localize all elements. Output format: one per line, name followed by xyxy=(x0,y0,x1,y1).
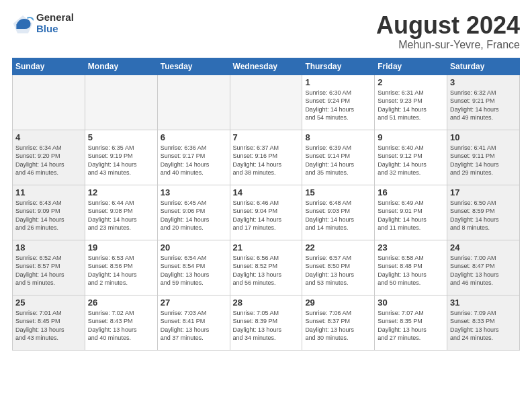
day-info: Sunrise: 6:37 AMSunset: 9:16 PMDaylight:… xyxy=(233,144,300,177)
logo-blue-text: Blue xyxy=(36,24,74,35)
day-info: Sunrise: 6:35 AMSunset: 9:19 PMDaylight:… xyxy=(88,144,154,177)
logo: General Blue xyxy=(12,12,74,34)
day-cell: 6Sunrise: 6:36 AMSunset: 9:17 PMDaylight… xyxy=(157,130,230,185)
day-info: Sunrise: 6:56 AMSunset: 8:52 PMDaylight:… xyxy=(233,254,300,287)
day-cell: 14Sunrise: 6:46 AMSunset: 9:04 PMDayligh… xyxy=(230,185,302,240)
day-cell: 26Sunrise: 7:02 AMSunset: 8:43 PMDayligh… xyxy=(85,295,157,350)
day-number: 19 xyxy=(88,242,154,253)
day-number: 28 xyxy=(233,298,300,308)
day-cell: 5Sunrise: 6:35 AMSunset: 9:19 PMDaylight… xyxy=(85,130,157,185)
day-cell: 1Sunrise: 6:30 AMSunset: 9:24 PMDaylight… xyxy=(302,75,375,130)
day-cell: 2Sunrise: 6:31 AMSunset: 9:23 PMDaylight… xyxy=(375,75,447,130)
day-info: Sunrise: 6:40 AMSunset: 9:12 PMDaylight:… xyxy=(378,144,444,177)
title-block: August 2024 Mehun-sur-Yevre, France xyxy=(376,12,520,51)
day-info: Sunrise: 6:44 AMSunset: 9:08 PMDaylight:… xyxy=(88,199,154,232)
day-info: Sunrise: 7:02 AMSunset: 8:43 PMDaylight:… xyxy=(88,309,154,342)
col-wednesday: Wednesday xyxy=(230,58,302,75)
day-number: 10 xyxy=(450,132,517,142)
day-info: Sunrise: 6:57 AMSunset: 8:50 PMDaylight:… xyxy=(305,254,371,287)
day-info: Sunrise: 6:34 AMSunset: 9:20 PMDaylight:… xyxy=(15,144,82,177)
day-cell: 4Sunrise: 6:34 AMSunset: 9:20 PMDaylight… xyxy=(13,130,85,185)
col-thursday: Thursday xyxy=(302,58,375,75)
day-cell: 18Sunrise: 6:52 AMSunset: 8:57 PMDayligh… xyxy=(13,240,85,295)
day-cell: 24Sunrise: 7:00 AMSunset: 8:47 PMDayligh… xyxy=(447,240,520,295)
day-info: Sunrise: 6:32 AMSunset: 9:21 PMDaylight:… xyxy=(450,89,517,122)
day-info: Sunrise: 6:45 AMSunset: 9:06 PMDaylight:… xyxy=(161,199,227,232)
day-info: Sunrise: 7:05 AMSunset: 8:39 PMDaylight:… xyxy=(233,309,300,342)
day-info: Sunrise: 7:03 AMSunset: 8:41 PMDaylight:… xyxy=(161,309,227,342)
day-cell: 20Sunrise: 6:54 AMSunset: 8:54 PMDayligh… xyxy=(157,240,230,295)
col-friday: Friday xyxy=(375,58,447,75)
day-number: 26 xyxy=(88,298,154,308)
day-number: 12 xyxy=(88,187,154,197)
day-number: 8 xyxy=(305,132,371,142)
day-cell: 16Sunrise: 6:49 AMSunset: 9:01 PMDayligh… xyxy=(375,185,447,240)
day-info: Sunrise: 7:09 AMSunset: 8:33 PMDaylight:… xyxy=(450,309,517,342)
day-info: Sunrise: 6:48 AMSunset: 9:03 PMDaylight:… xyxy=(305,199,371,232)
day-cell xyxy=(157,75,230,130)
col-saturday: Saturday xyxy=(447,58,520,75)
day-number: 1 xyxy=(305,77,371,87)
day-number: 27 xyxy=(161,298,227,308)
day-number: 13 xyxy=(161,187,227,197)
day-cell xyxy=(230,75,302,130)
day-cell: 12Sunrise: 6:44 AMSunset: 9:08 PMDayligh… xyxy=(85,185,157,240)
calendar-page: General Blue August 2024 Mehun-sur-Yevre… xyxy=(0,0,532,357)
day-cell: 3Sunrise: 6:32 AMSunset: 9:21 PMDaylight… xyxy=(447,75,520,130)
header-row: Sunday Monday Tuesday Wednesday Thursday… xyxy=(13,58,520,75)
day-number: 5 xyxy=(88,132,154,142)
day-number: 14 xyxy=(233,187,300,197)
day-info: Sunrise: 6:36 AMSunset: 9:17 PMDaylight:… xyxy=(161,144,227,177)
day-cell: 9Sunrise: 6:40 AMSunset: 9:12 PMDaylight… xyxy=(375,130,447,185)
day-number: 16 xyxy=(378,187,444,197)
day-number: 29 xyxy=(305,298,371,308)
logo-general-text: General xyxy=(36,12,74,24)
day-cell: 17Sunrise: 6:50 AMSunset: 8:59 PMDayligh… xyxy=(447,185,520,240)
week-row-4: 25Sunrise: 7:01 AMSunset: 8:45 PMDayligh… xyxy=(13,295,520,350)
day-number: 3 xyxy=(450,77,517,87)
day-cell: 13Sunrise: 6:45 AMSunset: 9:06 PMDayligh… xyxy=(157,185,230,240)
logo-icon xyxy=(12,13,34,34)
day-cell xyxy=(13,75,85,130)
day-cell: 31Sunrise: 7:09 AMSunset: 8:33 PMDayligh… xyxy=(447,295,520,350)
day-cell: 28Sunrise: 7:05 AMSunset: 8:39 PMDayligh… xyxy=(230,295,302,350)
day-cell: 22Sunrise: 6:57 AMSunset: 8:50 PMDayligh… xyxy=(302,240,375,295)
day-cell: 15Sunrise: 6:48 AMSunset: 9:03 PMDayligh… xyxy=(302,185,375,240)
col-monday: Monday xyxy=(85,58,157,75)
day-number: 15 xyxy=(305,187,371,197)
day-number: 23 xyxy=(378,242,444,253)
day-info: Sunrise: 7:01 AMSunset: 8:45 PMDaylight:… xyxy=(15,309,82,342)
col-tuesday: Tuesday xyxy=(157,58,230,75)
day-info: Sunrise: 7:07 AMSunset: 8:35 PMDaylight:… xyxy=(378,309,444,342)
month-title: August 2024 xyxy=(376,12,520,39)
day-cell: 7Sunrise: 6:37 AMSunset: 9:16 PMDaylight… xyxy=(230,130,302,185)
day-info: Sunrise: 7:06 AMSunset: 8:37 PMDaylight:… xyxy=(305,309,371,342)
day-number: 21 xyxy=(233,242,300,253)
day-number: 4 xyxy=(15,132,82,142)
day-number: 31 xyxy=(450,298,517,308)
day-info: Sunrise: 6:30 AMSunset: 9:24 PMDaylight:… xyxy=(305,89,371,122)
location: Mehun-sur-Yevre, France xyxy=(376,39,520,51)
day-number: 20 xyxy=(161,242,227,253)
day-info: Sunrise: 6:50 AMSunset: 8:59 PMDaylight:… xyxy=(450,199,517,232)
week-row-1: 4Sunrise: 6:34 AMSunset: 9:20 PMDaylight… xyxy=(13,130,520,185)
day-cell: 29Sunrise: 7:06 AMSunset: 8:37 PMDayligh… xyxy=(302,295,375,350)
col-sunday: Sunday xyxy=(13,58,85,75)
day-number: 24 xyxy=(450,242,517,253)
day-cell: 11Sunrise: 6:43 AMSunset: 9:09 PMDayligh… xyxy=(13,185,85,240)
day-number: 6 xyxy=(161,132,227,142)
day-info: Sunrise: 6:41 AMSunset: 9:11 PMDaylight:… xyxy=(450,144,517,177)
day-cell: 30Sunrise: 7:07 AMSunset: 8:35 PMDayligh… xyxy=(375,295,447,350)
week-row-0: 1Sunrise: 6:30 AMSunset: 9:24 PMDaylight… xyxy=(13,75,520,130)
day-number: 22 xyxy=(305,242,371,253)
day-cell: 25Sunrise: 7:01 AMSunset: 8:45 PMDayligh… xyxy=(13,295,85,350)
day-number: 11 xyxy=(15,187,82,197)
day-number: 7 xyxy=(233,132,300,142)
week-row-2: 11Sunrise: 6:43 AMSunset: 9:09 PMDayligh… xyxy=(13,185,520,240)
header: General Blue August 2024 Mehun-sur-Yevre… xyxy=(12,12,520,51)
day-number: 17 xyxy=(450,187,517,197)
day-cell xyxy=(85,75,157,130)
day-number: 25 xyxy=(15,298,82,308)
calendar-table: Sunday Monday Tuesday Wednesday Thursday… xyxy=(12,58,520,351)
day-cell: 21Sunrise: 6:56 AMSunset: 8:52 PMDayligh… xyxy=(230,240,302,295)
